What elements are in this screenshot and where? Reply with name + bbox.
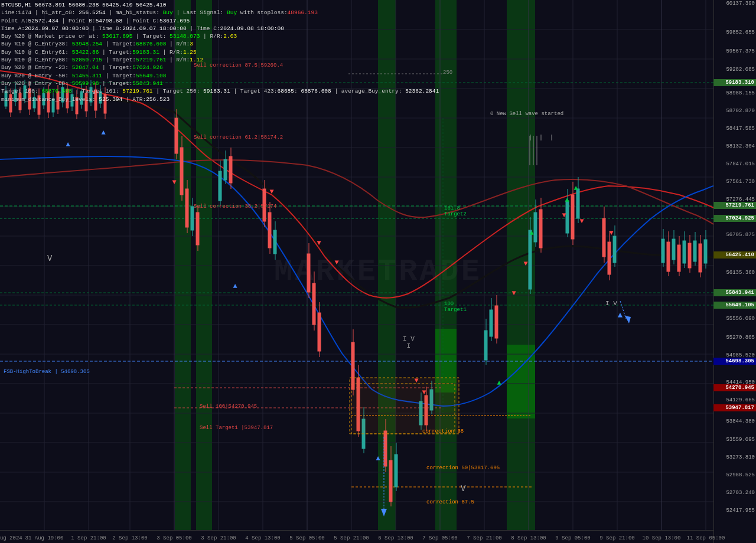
svg-text:▲: ▲ xyxy=(66,140,70,149)
price-58988: 58988.155 xyxy=(726,90,755,96)
price-56135: 56135.360 xyxy=(726,270,755,276)
svg-text:▼: ▼ xyxy=(317,239,321,247)
svg-text:▲: ▲ xyxy=(497,379,501,387)
price-60137: 60137.390 xyxy=(726,1,755,6)
svg-text:▼: ▼ xyxy=(172,178,177,187)
price-54698: 54698.305 xyxy=(713,358,756,365)
price-58702: 58702.870 xyxy=(726,108,755,114)
time-sep6-13: 6 Sep 13:00 xyxy=(378,535,413,541)
svg-text:▲: ▲ xyxy=(618,310,623,320)
chart-area: .candle-bull { fill: #26a69a; stroke: #2… xyxy=(0,0,713,530)
time-sep5-05: 5 Sep 05:00 xyxy=(289,535,324,541)
time-sep9-21: 9 Sep 21:00 xyxy=(599,535,634,541)
time-sep7-21: 7 Sep 21:00 xyxy=(467,535,501,541)
price-55843: 55843.941 xyxy=(713,289,756,296)
time-aug31-19: 31 Aug 19:00 xyxy=(25,535,64,541)
svg-text:▼: ▼ xyxy=(269,188,274,196)
svg-text:▼: ▼ xyxy=(579,217,584,225)
price-current: 56425.410 xyxy=(713,251,756,259)
svg-text:▲: ▲ xyxy=(233,282,237,290)
price-59567: 59567.375 xyxy=(726,48,755,54)
price-59282: 59282.085 xyxy=(726,67,755,73)
time-sep7-05: 7 Sep 05:00 xyxy=(422,535,457,541)
price-52703: 52703.240 xyxy=(726,490,755,496)
price-53947: 53947.817 xyxy=(713,404,756,411)
svg-text:▲: ▲ xyxy=(565,196,569,204)
price-57847: 57847.015 xyxy=(726,161,755,167)
time-sep3-05: 3 Sep 05:00 xyxy=(157,535,191,541)
time-sep8-13: 8 Sep 13:00 xyxy=(511,535,546,541)
svg-text:▼: ▼ xyxy=(562,211,566,220)
price-54270: 54270.945 xyxy=(713,384,756,391)
time-axis: 31 Aug 2024 31 Aug 19:00 1 Sep 21:00 2 S… xyxy=(0,530,713,543)
price-57219: 57219.761 xyxy=(713,202,756,209)
price-53273: 53273.810 xyxy=(726,454,755,460)
price-53559: 53559.095 xyxy=(726,437,755,443)
price-52417: 52417.955 xyxy=(726,508,755,513)
price-55270: 55270.805 xyxy=(726,335,755,341)
svg-marker-205 xyxy=(625,316,631,323)
price-55649: 55649.105 xyxy=(713,302,756,309)
svg-text:▲: ▲ xyxy=(529,229,534,237)
price-57024: 57024.925 xyxy=(713,215,756,222)
time-aug31: 31 Aug 2024 xyxy=(0,535,22,541)
svg-marker-203 xyxy=(381,509,387,516)
price-58132: 58132.304 xyxy=(726,143,755,149)
svg-text:▼: ▼ xyxy=(511,289,516,297)
price-58417: 58417.585 xyxy=(726,126,755,132)
price-54129: 54129.665 xyxy=(726,397,755,403)
price-59183: 59183.310 xyxy=(713,79,756,86)
svg-text:▼: ▼ xyxy=(334,259,339,267)
price-59852: 59852.655 xyxy=(726,30,755,35)
price-55556: 55556.090 xyxy=(726,316,755,322)
price-52988: 52988.525 xyxy=(726,472,755,478)
svg-text:▲: ▲ xyxy=(101,129,106,137)
time-sep4-13: 4 Sep 13:00 xyxy=(245,535,280,541)
time-sep2-13: 2 Sep 13:00 xyxy=(112,535,147,541)
price-axis: 60137.390 59852.655 59567.375 59282.085 … xyxy=(713,0,756,543)
time-sep5-21: 5 Sep 21:00 xyxy=(334,535,369,541)
svg-text:▼: ▼ xyxy=(523,260,528,268)
price-56705: 56705.875 xyxy=(726,232,755,238)
time-sep11-05: 11 Sep 05:00 xyxy=(687,535,725,541)
time-sep9-05: 9 Sep 05:00 xyxy=(555,535,590,541)
chart-svg: .candle-bull { fill: #26a69a; stroke: #2… xyxy=(0,0,713,530)
svg-text:▼: ▼ xyxy=(609,229,614,237)
price-53844: 53844.380 xyxy=(726,418,755,424)
price-57561: 57561.730 xyxy=(726,179,755,185)
svg-text:▲: ▲ xyxy=(376,454,380,463)
time-sep3-21: 3 Sep 21:00 xyxy=(201,535,236,541)
svg-rect-197 xyxy=(350,378,459,434)
time-sep1-21: 1 Sep 21:00 xyxy=(71,535,106,541)
time-sep10-13: 10 Sep 13:00 xyxy=(643,535,681,541)
chart-container: MARKETRADE BTCUSD,H1 56673.891 56680.238… xyxy=(0,0,756,543)
svg-text:▲: ▲ xyxy=(573,184,578,192)
